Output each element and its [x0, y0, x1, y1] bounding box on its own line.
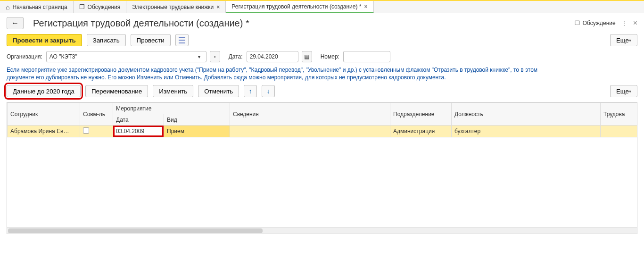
rename-button[interactable]: Переименование	[85, 85, 148, 97]
home-icon	[6, 3, 9, 11]
tab-discussions[interactable]: Обсуждения	[74, 1, 127, 13]
date-label: Дата:	[229, 53, 243, 60]
tab-discussions-label: Обсуждения	[88, 4, 121, 10]
page-title: Регистрация трудовой деятельности (созда…	[33, 18, 249, 29]
cell-date: 03.04.2009	[113, 126, 164, 137]
pre-2020-button[interactable]: Данные до 2020 года	[7, 85, 81, 97]
form-row: Организация: АО "КЭТЗ" Дата: 29.04.2020 …	[0, 49, 644, 66]
close-icon[interactable]: ×	[364, 3, 367, 10]
cell-sved	[230, 126, 390, 137]
tab-home-label: Начальная страница	[12, 4, 67, 10]
org-value: АО "КЭТЗ"	[50, 53, 196, 60]
close-icon[interactable]: ×	[216, 4, 220, 10]
col-vid[interactable]: Вид	[164, 114, 230, 126]
close-window-button[interactable]: ×	[633, 19, 637, 27]
list-view-button[interactable]	[175, 34, 189, 46]
number-label: Номер:	[321, 53, 339, 60]
tab-document[interactable]: Регистрация трудовой деятельности (созда…	[226, 1, 373, 13]
cancel-button[interactable]: Отменить	[198, 85, 239, 97]
list-icon	[179, 37, 185, 43]
toolbar-primary: Провести и закрыть Записать Провести Еще	[0, 31, 644, 49]
chevron-down-icon[interactable]	[196, 53, 203, 60]
info-text: Если мероприятие уже зарегистрировано до…	[0, 66, 547, 85]
tab-document-label: Регистрация трудовой деятельности (созда…	[231, 3, 361, 10]
more-button-2[interactable]: Еще	[610, 85, 637, 97]
date-input[interactable]: 29.04.2020	[247, 51, 298, 62]
org-label: Организация:	[7, 53, 42, 60]
chat-icon	[79, 3, 85, 10]
tab-etk[interactable]: Электронные трудовые книжки ×	[126, 1, 226, 13]
toolbar-secondary: Данные до 2020 года Переименование Измен…	[0, 85, 644, 102]
col-dept[interactable]: Подразделение	[390, 103, 452, 126]
col-sved[interactable]: Сведения	[230, 103, 390, 126]
edit-button[interactable]: Изменить	[153, 85, 193, 97]
col-sovm[interactable]: Совм-ль	[80, 103, 113, 126]
cell-sovm[interactable]	[80, 126, 113, 137]
org-combo[interactable]: АО "КЭТЗ"	[46, 51, 206, 62]
tab-etk-label: Электронные трудовые книжки	[132, 4, 214, 10]
move-up-button[interactable]	[244, 85, 257, 97]
cell-dept: Администрация	[390, 126, 452, 137]
cell-trud	[601, 126, 638, 137]
apply-button[interactable]: Провести	[131, 34, 171, 46]
cell-position: бухгалтер	[452, 126, 601, 137]
table-row[interactable]: Абрамова Ирина Ев… 03.04.2009 Прием Адми…	[8, 126, 638, 137]
horizontal-scrollbar[interactable]	[7, 227, 637, 234]
breadcrumb-tabs: Начальная страница Обсуждения Электронны…	[0, 1, 644, 13]
chat-icon	[575, 20, 580, 26]
events-grid: Сотрудник Совм-ль Мероприятие Сведения П…	[7, 102, 637, 234]
move-down-button[interactable]	[262, 85, 275, 97]
discussion-link-label: Обсуждение	[583, 20, 616, 26]
number-input[interactable]	[343, 51, 390, 62]
checkbox-icon[interactable]	[83, 127, 89, 134]
cell-vid: Прием	[164, 126, 230, 137]
org-picker-button[interactable]	[210, 51, 220, 62]
col-trud[interactable]: Трудова	[601, 103, 638, 126]
kebab-menu[interactable]: ⋮	[621, 20, 627, 26]
col-employee[interactable]: Сотрудник	[8, 103, 80, 126]
cell-employee: Абрамова Ирина Ев…	[8, 126, 80, 137]
col-date[interactable]: Дата	[113, 114, 164, 126]
col-position[interactable]: Должность	[452, 103, 601, 126]
save-button[interactable]: Записать	[87, 34, 126, 46]
tab-home[interactable]: Начальная страница	[0, 1, 74, 13]
date-value: 29.04.2020	[250, 53, 295, 60]
titlebar: Регистрация трудовой деятельности (созда…	[0, 13, 644, 31]
scrollbar-thumb[interactable]	[8, 228, 263, 233]
back-button[interactable]	[7, 17, 24, 29]
calendar-button[interactable]	[302, 51, 312, 62]
discussion-link[interactable]: Обсуждение	[575, 20, 616, 26]
col-event[interactable]: Мероприятие	[113, 103, 230, 114]
apply-and-close-button[interactable]: Провести и закрыть	[7, 34, 82, 46]
more-button[interactable]: Еще	[610, 34, 637, 46]
